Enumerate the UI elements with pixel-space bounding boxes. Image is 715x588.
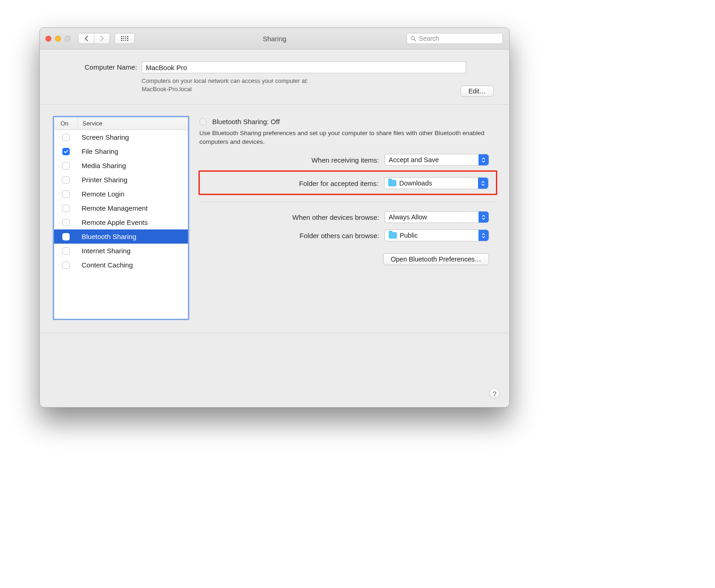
service-row[interactable]: Media Sharing <box>54 158 188 173</box>
service-row[interactable]: Remote Apple Events <box>54 215 188 229</box>
service-checkbox[interactable] <box>62 148 70 155</box>
receiving-items-value: Accept and Save <box>389 156 439 163</box>
popup-arrows-icon <box>478 230 489 241</box>
computer-name-row: Computer Name: Computers on your local n… <box>40 49 509 100</box>
window-title: Sharing <box>263 35 286 43</box>
folder-icon <box>388 180 396 186</box>
receiving-items-row: When receiving items: Accept and Save <box>199 154 496 166</box>
content-area: On Service Screen SharingFile SharingMed… <box>40 105 509 327</box>
receiving-items-popup[interactable]: Accept and Save <box>385 154 489 166</box>
show-all-button[interactable] <box>115 33 135 44</box>
service-checkbox[interactable] <box>62 261 70 269</box>
service-label: Remote Management <box>78 204 188 212</box>
service-row[interactable]: Remote Login <box>54 187 188 201</box>
nav-back-button[interactable] <box>78 33 94 44</box>
service-row[interactable]: Remote Management <box>54 201 188 215</box>
sharing-preferences-window: Sharing Computer Name: Computers on your… <box>39 27 510 408</box>
services-header: On Service <box>54 117 188 130</box>
services-table[interactable]: On Service Screen SharingFile SharingMed… <box>53 116 189 320</box>
browse-value: Always Allow <box>389 213 427 221</box>
service-checkbox[interactable] <box>62 162 70 169</box>
service-label: Remote Apple Events <box>78 218 188 226</box>
service-status: Bluetooth Sharing: Off <box>212 118 280 125</box>
chevron-right-icon <box>100 36 104 41</box>
browse-folder-label: Folder others can browse: <box>300 232 379 240</box>
service-label: Printer Sharing <box>78 176 188 184</box>
service-label: Internet Sharing <box>78 247 188 255</box>
help-glyph: ? <box>493 390 496 397</box>
service-row[interactable]: Screen Sharing <box>54 130 188 144</box>
computer-name-help-line2: MacBook-Pro.local <box>142 86 192 93</box>
service-label: File Sharing <box>78 147 188 155</box>
close-window-button[interactable] <box>45 36 51 42</box>
svg-line-1 <box>414 39 416 41</box>
titlebar: Sharing <box>40 28 509 49</box>
browse-folder-value: Public <box>400 232 418 239</box>
popup-arrows-icon <box>478 154 489 165</box>
service-label: Remote Login <box>78 190 188 198</box>
help-button[interactable]: ? <box>489 388 500 399</box>
window-controls <box>45 36 71 42</box>
browse-popup[interactable]: Always Allow <box>385 211 489 223</box>
accepted-folder-value: Downloads <box>399 180 432 187</box>
service-row[interactable]: Bluetooth Sharing <box>54 229 188 244</box>
services-rows: Screen SharingFile SharingMedia SharingP… <box>54 130 188 272</box>
service-label: Media Sharing <box>78 162 188 169</box>
accepted-folder-label: Folder for accepted items: <box>299 180 379 187</box>
zoom-window-button[interactable] <box>65 36 71 42</box>
service-enable-radio[interactable] <box>199 118 207 125</box>
service-checkbox[interactable] <box>62 233 70 240</box>
browse-folder-popup[interactable]: Public <box>385 229 489 241</box>
computer-name-help-line1: Computers on your local network can acce… <box>142 77 308 84</box>
folder-icon <box>389 232 397 239</box>
service-checkbox[interactable] <box>62 176 70 184</box>
service-checkbox[interactable] <box>62 191 70 198</box>
computer-name-label: Computer Name: <box>54 61 142 71</box>
minimize-window-button[interactable] <box>55 36 61 42</box>
service-row[interactable]: Printer Sharing <box>54 173 188 187</box>
service-checkbox[interactable] <box>62 247 70 255</box>
service-row[interactable]: File Sharing <box>54 144 188 158</box>
accepted-folder-popup[interactable]: Downloads <box>384 177 489 189</box>
service-label: Bluetooth Sharing <box>78 233 188 240</box>
service-checkbox[interactable] <box>62 205 70 212</box>
search-input[interactable] <box>419 35 499 42</box>
service-hint: Use Bluetooth Sharing preferences and se… <box>199 129 496 147</box>
browse-row: When other devices browse: Always Allow <box>199 211 496 223</box>
computer-name-input[interactable] <box>142 61 466 73</box>
detail-divider <box>199 201 496 202</box>
chevron-left-icon <box>84 36 88 41</box>
search-field[interactable] <box>407 33 503 44</box>
service-checkbox[interactable] <box>62 219 70 226</box>
popup-arrows-icon <box>478 178 488 189</box>
service-label: Screen Sharing <box>78 133 188 141</box>
browse-folder-row: Folder others can browse: Public <box>199 229 496 241</box>
service-row[interactable]: Internet Sharing <box>54 244 188 258</box>
nav-back-forward <box>78 33 110 44</box>
accepted-folder-highlight: Folder for accepted items: Downloads <box>198 170 497 195</box>
edit-hostname-button[interactable]: Edit… <box>461 86 494 97</box>
browse-label: When other devices browse: <box>292 213 379 221</box>
receiving-items-label: When receiving items: <box>311 156 379 164</box>
column-header-service: Service <box>78 117 188 130</box>
computer-name-help: Computers on your local network can acce… <box>142 77 398 93</box>
bottom-divider <box>40 333 509 333</box>
open-bluetooth-preferences-button[interactable]: Open Bluetooth Preferences… <box>383 253 489 265</box>
column-header-on: On <box>54 117 78 130</box>
service-label: Content Caching <box>78 261 188 269</box>
search-icon <box>411 36 416 42</box>
service-row[interactable]: Content Caching <box>54 258 188 272</box>
nav-forward-button[interactable] <box>94 33 110 44</box>
grid-icon <box>121 36 128 41</box>
service-detail: Bluetooth Sharing: Off Use Bluetooth Sha… <box>199 116 496 320</box>
service-checkbox[interactable] <box>62 134 70 141</box>
popup-arrows-icon <box>478 212 489 223</box>
